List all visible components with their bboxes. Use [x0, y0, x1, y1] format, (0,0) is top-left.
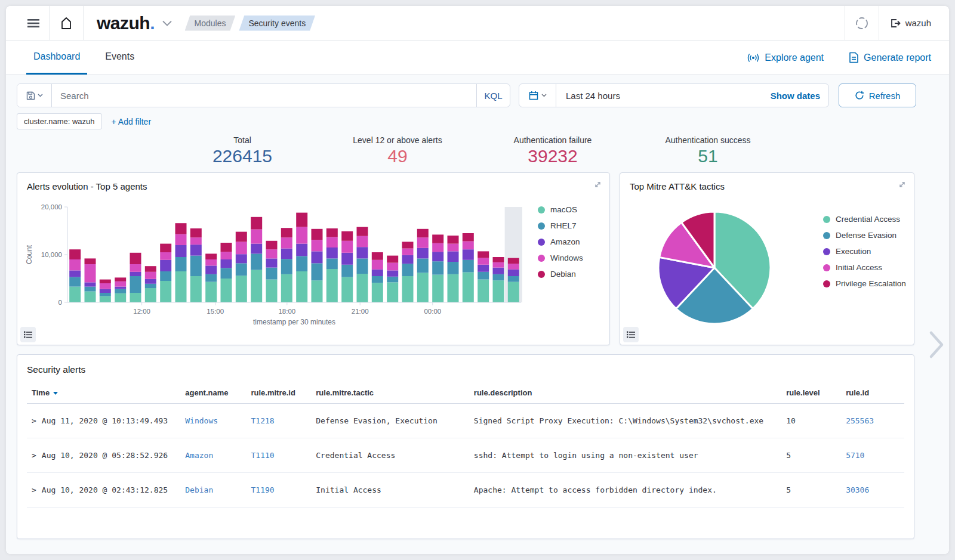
bar-segment-macos[interactable]	[160, 281, 171, 302]
app-switcher-chevron[interactable]	[159, 20, 180, 26]
expand-row-button[interactable]: >	[32, 451, 36, 460]
bar-segment-rhel7[interactable]	[236, 263, 247, 276]
bar-segment-rhel7[interactable]	[478, 272, 489, 280]
add-filter-button[interactable]: + Add filter	[112, 117, 152, 126]
legend-item-privilege-escalation[interactable]: Privilege Escalation	[823, 276, 906, 292]
legend-item-execution[interactable]: Execution	[823, 243, 906, 259]
rule-id-link[interactable]: 30306	[846, 485, 869, 494]
bar-segment-debian[interactable]	[160, 244, 171, 252]
bar-segment-windows[interactable]	[175, 234, 187, 245]
bar-segment-windows[interactable]	[69, 259, 81, 270]
bar-segment-debian[interactable]	[100, 280, 111, 283]
breadcrumb-modules[interactable]: Modules	[185, 16, 236, 31]
bar-segment-rhel7[interactable]	[69, 277, 81, 287]
bar-segment-rhel7[interactable]	[130, 276, 141, 293]
bar-segment-amazon[interactable]	[387, 270, 398, 276]
bar-segment-amazon[interactable]	[281, 249, 292, 259]
bar-segment-windows[interactable]	[493, 262, 504, 268]
legend-item-initial-access[interactable]: Initial Access	[823, 259, 906, 276]
agent-name-link[interactable]: Debian	[185, 485, 213, 494]
column-header-rule-description[interactable]: rule.description	[469, 382, 781, 404]
bar-segment-amazon[interactable]	[493, 268, 504, 274]
bar-segment-rhel7[interactable]	[417, 258, 429, 273]
column-header-agent-name[interactable]: agent.name	[180, 382, 246, 404]
legend-item-defense-evasion[interactable]: Defense Evasion	[823, 227, 906, 243]
bar-segment-windows[interactable]	[341, 241, 353, 253]
bar-segment-amazon[interactable]	[508, 270, 519, 276]
generate-report-button[interactable]: Generate report	[846, 41, 934, 75]
bar-segment-debian[interactable]	[251, 217, 262, 230]
bar-segment-debian[interactable]	[175, 223, 187, 234]
mitre-id-link[interactable]: T1190	[251, 485, 275, 494]
rule-id-link[interactable]: 255563	[846, 416, 874, 425]
bar-segment-rhel7[interactable]	[432, 261, 443, 274]
legend-item-amazon[interactable]: Amazon	[538, 234, 583, 250]
bar-segment-debian[interactable]	[402, 242, 414, 248]
bar-segment-amazon[interactable]	[296, 244, 307, 256]
wazuh-logo[interactable]: wazuh.	[84, 13, 159, 33]
bar-segment-amazon[interactable]	[463, 249, 474, 260]
search-input[interactable]	[52, 84, 476, 107]
refresh-button[interactable]: Refresh	[839, 83, 916, 107]
bar-segment-amazon[interactable]	[190, 245, 202, 255]
bar-segment-debian[interactable]	[69, 249, 81, 259]
bar-segment-macos[interactable]	[145, 288, 156, 302]
bar-segment-rhel7[interactable]	[115, 289, 126, 293]
bar-segment-debian[interactable]	[205, 253, 217, 259]
bar-segment-windows[interactable]	[326, 237, 338, 247]
bar-segment-rhel7[interactable]	[493, 274, 504, 280]
bar-segment-amazon[interactable]	[402, 255, 414, 264]
bar-segment-debian[interactable]	[190, 228, 202, 237]
bar-segment-rhel7[interactable]	[312, 263, 323, 280]
bar-segment-debian[interactable]	[508, 258, 519, 264]
health-status-button[interactable]	[845, 6, 879, 40]
bar-segment-rhel7[interactable]	[100, 293, 111, 296]
bar-segment-amazon[interactable]	[448, 251, 459, 262]
tab-dashboard[interactable]: Dashboard	[26, 41, 87, 75]
agent-name-link[interactable]: Amazon	[185, 451, 213, 460]
bar-segment-macos[interactable]	[312, 280, 323, 302]
bar-segment-windows[interactable]	[432, 243, 443, 252]
bar-segment-rhel7[interactable]	[448, 262, 459, 274]
bar-segment-debian[interactable]	[266, 241, 278, 249]
bar-segment-windows[interactable]	[357, 236, 368, 247]
bar-segment-rhel7[interactable]	[508, 276, 519, 282]
bar-segment-macos[interactable]	[448, 274, 459, 302]
bar-segment-windows[interactable]	[387, 263, 398, 271]
bar-segment-macos[interactable]	[190, 276, 202, 302]
bar-segment-macos[interactable]	[221, 279, 232, 302]
bar-segment-rhel7[interactable]	[251, 253, 262, 270]
bar-segment-debian[interactable]	[326, 228, 338, 237]
expand-row-button[interactable]: >	[32, 485, 36, 494]
bar-segment-debian[interactable]	[281, 228, 292, 237]
bar-segment-macos[interactable]	[326, 269, 338, 302]
bar-segment-rhel7[interactable]	[85, 287, 96, 292]
rule-id-link[interactable]: 5710	[846, 451, 864, 460]
bar-segment-windows[interactable]	[221, 252, 232, 259]
bar-segment-amazon[interactable]	[251, 244, 262, 254]
bar-segment-rhel7[interactable]	[190, 256, 202, 276]
bar-segment-amazon[interactable]	[312, 251, 323, 263]
bar-segment-macos[interactable]	[463, 273, 474, 302]
bar-segment-amazon[interactable]	[100, 289, 111, 293]
legend-toggle-button[interactable]	[623, 327, 639, 342]
bar-segment-windows[interactable]	[508, 264, 519, 270]
bar-segment-debian[interactable]	[115, 277, 126, 281]
stat-value[interactable]: 51	[630, 146, 785, 166]
bar-segment-amazon[interactable]	[236, 254, 247, 263]
column-header-rule-id[interactable]: rule.id	[841, 382, 904, 404]
column-header-rule-mitre-tactic[interactable]: rule.mitre.tactic	[311, 382, 469, 404]
legend-item-rhel7[interactable]: RHEL7	[538, 218, 583, 234]
bar-segment-macos[interactable]	[205, 282, 217, 302]
breadcrumb-security-events[interactable]: Security events	[239, 16, 315, 31]
bar-segment-rhel7[interactable]	[160, 271, 171, 281]
expand-row-button[interactable]: >	[32, 416, 36, 425]
bar-segment-amazon[interactable]	[417, 248, 429, 259]
bar-segment-macos[interactable]	[85, 292, 96, 302]
quick-select-menu-button[interactable]	[519, 84, 556, 107]
bar-segment-amazon[interactable]	[478, 265, 489, 272]
bar-segment-macos[interactable]	[357, 274, 368, 302]
bar-segment-windows[interactable]	[190, 237, 202, 245]
stat-value[interactable]: 226415	[165, 146, 320, 166]
mitre-id-link[interactable]: T1218	[251, 416, 275, 425]
